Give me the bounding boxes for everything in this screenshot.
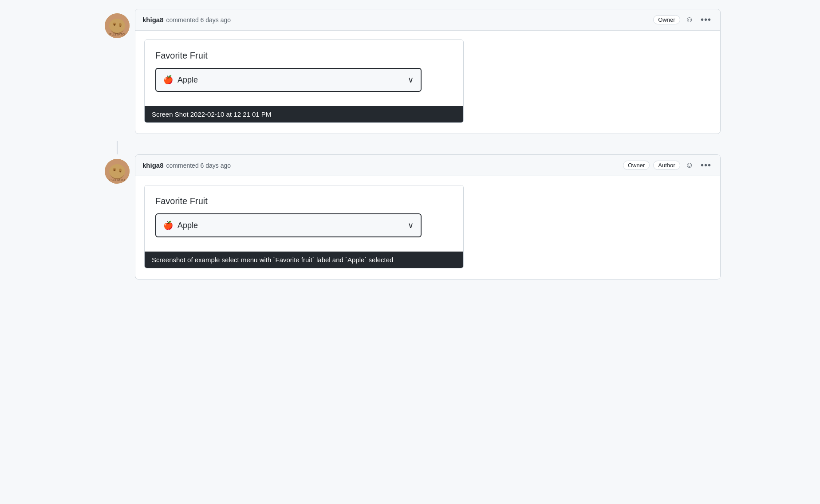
more-options-button-1[interactable]: •••: [699, 14, 713, 26]
chevron-down-icon-2: ∨: [408, 220, 414, 230]
emoji-reaction-button-2[interactable]: ☺: [684, 160, 695, 171]
comment-wrapper-1: PU3TATO khiga8 commented 6 days ago Owne…: [99, 9, 721, 141]
emoji-reaction-button-1[interactable]: ☺: [684, 14, 695, 25]
comment-thread: PU3TATO khiga8 commented 6 days ago Owne…: [99, 9, 721, 287]
emoji-icon-2: ☺: [686, 161, 694, 170]
chevron-down-icon-1: ∨: [408, 75, 414, 85]
comment-header-2: khiga8 commented 6 days ago Owner Author…: [135, 155, 720, 176]
screenshot-caption-1: Screen Shot 2022-02-10 at 12 21 01 PM: [145, 106, 463, 122]
svg-point-6: [120, 26, 121, 27]
comment-box-2: khiga8 commented 6 days ago Owner Author…: [135, 154, 721, 280]
comment-time-1: commented 6 days ago: [166, 16, 231, 24]
select-value-2: Apple: [177, 221, 198, 230]
comment-time-2: commented 6 days ago: [166, 162, 231, 169]
username-1: khiga8: [142, 16, 164, 24]
select-field-1[interactable]: 🍎 Apple ∨: [155, 68, 422, 92]
more-options-button-2[interactable]: •••: [699, 159, 713, 171]
avatar-col-1: PU3TATO: [99, 9, 135, 38]
comment-header-right-1: Owner ☺ •••: [653, 14, 713, 26]
svg-point-2: [109, 19, 125, 33]
select-field-2[interactable]: 🍎 Apple ∨: [155, 213, 422, 237]
comment-body-1: Favorite Fruit 🍎 Apple ∨ Screen Shot 202…: [135, 31, 720, 125]
owner-badge-2: Owner: [623, 161, 650, 170]
comment-header-left-2: khiga8 commented 6 days ago: [142, 161, 231, 169]
avatar-col-2: PU3TATO: [99, 154, 135, 184]
svg-point-14: [120, 171, 121, 173]
svg-point-13: [114, 169, 115, 171]
svg-text:PU3TATO: PU3TATO: [109, 32, 125, 36]
svg-point-5: [114, 24, 115, 26]
dots-icon-1: •••: [701, 15, 711, 24]
screenshot-inner-1: Favorite Fruit 🍎 Apple ∨: [145, 40, 463, 106]
form-label-2: Favorite Fruit: [155, 196, 453, 206]
comment-wrapper-2: PU3TATO khiga8 commented 6 days ago Owne…: [99, 154, 721, 287]
screenshot-inner-2: Favorite Fruit 🍎 Apple ∨: [145, 185, 463, 252]
select-value-1: Apple: [177, 75, 198, 85]
dots-icon-2: •••: [701, 160, 711, 170]
screenshot-card-2: Favorite Fruit 🍎 Apple ∨ Screenshot of e…: [144, 185, 464, 268]
comment-body-2: Favorite Fruit 🍎 Apple ∨ Screenshot of e…: [135, 176, 720, 270]
author-badge-2: Author: [653, 161, 680, 170]
username-2: khiga8: [142, 161, 164, 169]
fruit-emoji-1: 🍎: [163, 75, 173, 85]
select-left-2: 🍎 Apple: [163, 220, 198, 230]
avatar-2: PU3TATO: [105, 159, 130, 184]
comment-box-1: khiga8 commented 6 days ago Owner ☺ •••: [135, 9, 721, 134]
screenshot-caption-2: Screenshot of example select menu with `…: [145, 252, 463, 268]
comment-header-1: khiga8 commented 6 days ago Owner ☺ •••: [135, 9, 720, 31]
connector-line: [117, 141, 118, 154]
svg-point-10: [109, 164, 125, 178]
comment-header-right-2: Owner Author ☺ •••: [623, 159, 713, 171]
form-label-1: Favorite Fruit: [155, 51, 453, 61]
select-left-1: 🍎 Apple: [163, 75, 198, 85]
avatar-1: PU3TATO: [105, 13, 130, 38]
comment-header-left-1: khiga8 commented 6 days ago: [142, 16, 231, 24]
owner-badge-1: Owner: [653, 15, 680, 24]
emoji-icon-1: ☺: [686, 15, 694, 24]
fruit-emoji-2: 🍎: [163, 220, 173, 230]
screenshot-card-1: Favorite Fruit 🍎 Apple ∨ Screen Shot 202…: [144, 39, 464, 123]
svg-text:PU3TATO: PU3TATO: [109, 178, 125, 182]
